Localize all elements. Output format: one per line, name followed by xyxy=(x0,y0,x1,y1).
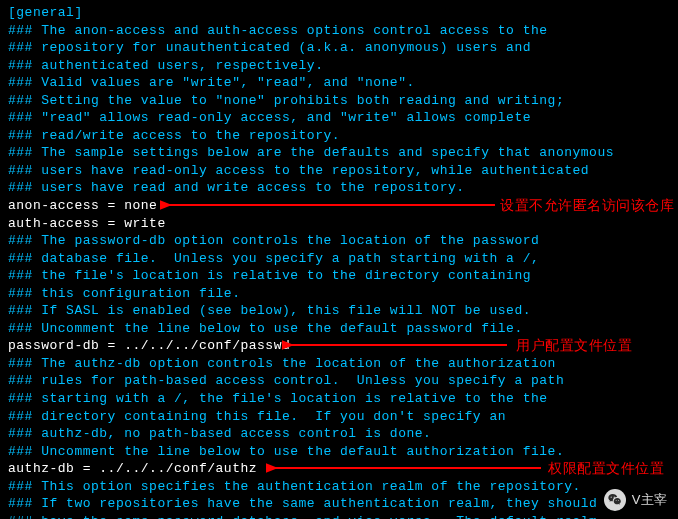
comment-line: ### The sample settings below are the de… xyxy=(8,144,670,162)
comment-line: ### Uncomment the line below to use the … xyxy=(8,443,670,461)
comment-line: ### Valid values are "write", "read", an… xyxy=(8,74,670,92)
section-header: [general] xyxy=(8,4,670,22)
comment-line: ### this configuration file. xyxy=(8,285,670,303)
comment-line: ### database file. Unless you specify a … xyxy=(8,250,670,268)
watermark: V主宰 xyxy=(604,489,668,511)
comment-line: ### Uncomment the line below to use the … xyxy=(8,320,670,338)
comment-line: ### If two repositories have the same au… xyxy=(8,495,670,513)
setting-authz-db: authz-db = ../../../conf/authz xyxy=(8,460,670,478)
comment-line: ### have the same password database, and… xyxy=(8,513,670,519)
comment-line: ### repository for unauthenticated (a.k.… xyxy=(8,39,670,57)
comment-line: ### The authz-db option controls the loc… xyxy=(8,355,670,373)
comment-line: ### This option specifies the authentica… xyxy=(8,478,670,496)
comment-line: ### starting with a /, the file's locati… xyxy=(8,390,670,408)
comment-line: ### The anon-access and auth-access opti… xyxy=(8,22,670,40)
setting-anon-access: anon-access = none xyxy=(8,197,670,215)
comment-line: ### authenticated users, respectively. xyxy=(8,57,670,75)
watermark-text: V主宰 xyxy=(632,491,668,509)
setting-auth-access: auth-access = write xyxy=(8,215,670,233)
comment-line: ### users have read-only access to the r… xyxy=(8,162,670,180)
comment-line: ### If SASL is enabled (see below), this… xyxy=(8,302,670,320)
comment-line: ### authz-db, no path-based access contr… xyxy=(8,425,670,443)
comment-line: ### the file's location is relative to t… xyxy=(8,267,670,285)
comment-line: ### rules for path-based access control.… xyxy=(8,372,670,390)
comment-line: ### read/write access to the repository. xyxy=(8,127,670,145)
comment-line: ### Setting the value to "none" prohibit… xyxy=(8,92,670,110)
setting-password-db: password-db = ../../../conf/passwd xyxy=(8,337,670,355)
comment-line: ### users have read and write access to … xyxy=(8,179,670,197)
comment-line: ### directory containing this file. If y… xyxy=(8,408,670,426)
comment-line: ### "read" allows read-only access, and … xyxy=(8,109,670,127)
wechat-icon xyxy=(604,489,626,511)
comment-line: ### The password-db option controls the … xyxy=(8,232,670,250)
